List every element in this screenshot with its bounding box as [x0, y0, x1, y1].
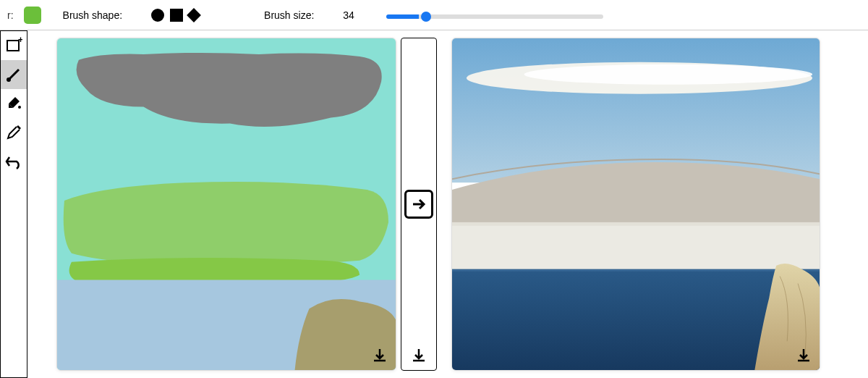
fill-bucket-icon	[5, 95, 22, 112]
undo-icon	[5, 153, 22, 170]
download-icon	[411, 348, 427, 364]
svg-rect-10	[452, 222, 820, 273]
brush-size-label: Brush size:	[264, 9, 314, 21]
download-center-button[interactable]	[409, 345, 429, 366]
arrow-right-icon	[411, 196, 427, 212]
svg-rect-7	[452, 38, 820, 182]
svg-point-9	[524, 64, 812, 85]
brush-icon	[5, 66, 22, 83]
brush-tool[interactable]	[1, 60, 27, 89]
segmentation-drawing	[57, 38, 396, 370]
download-icon	[796, 348, 812, 364]
download-icon	[372, 348, 388, 364]
generate-button[interactable]	[404, 190, 433, 219]
svg-text:+: +	[18, 37, 22, 45]
top-toolbar: r: Brush shape: Brush size: 34	[0, 0, 868, 30]
add-image-tool[interactable]: +	[1, 31, 27, 60]
tool-sidebar: +	[0, 30, 27, 378]
download-output-button[interactable]	[793, 345, 814, 366]
download-input-button[interactable]	[370, 345, 390, 366]
eyedropper-icon	[5, 124, 22, 141]
svg-rect-0	[7, 41, 19, 51]
svg-point-4	[18, 106, 21, 109]
generate-column	[401, 38, 437, 371]
eyedropper-tool[interactable]	[1, 118, 27, 147]
fill-tool[interactable]	[1, 89, 27, 118]
color-label-fragment: r:	[7, 9, 14, 21]
generated-photo	[452, 38, 820, 370]
brush-shape-square[interactable]	[170, 9, 183, 22]
undo-tool[interactable]	[1, 147, 27, 176]
svg-point-3	[7, 77, 11, 82]
add-image-icon: +	[5, 37, 22, 54]
brush-size-value: 34	[343, 9, 365, 21]
brush-color-swatch[interactable]	[24, 7, 41, 24]
brush-shape-label: Brush shape:	[63, 9, 123, 21]
brush-shape-diamond[interactable]	[187, 8, 201, 22]
brush-size-slider[interactable]	[386, 14, 603, 19]
brush-shape-circle[interactable]	[151, 9, 164, 22]
segmentation-canvas[interactable]	[56, 38, 396, 371]
output-image	[451, 38, 820, 371]
